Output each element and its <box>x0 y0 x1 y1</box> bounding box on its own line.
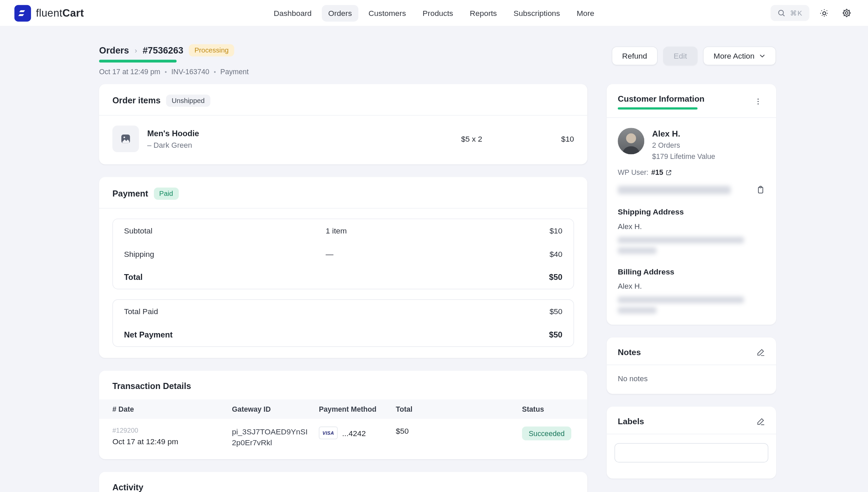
payment-breakdown-box: Subtotal 1 item $10 Shipping — $40 Total <box>112 219 574 289</box>
nav-item-dashboard[interactable]: Dashboard <box>267 5 318 21</box>
activity-card: Activity <box>99 472 587 492</box>
card-last4: ...4242 <box>342 428 366 437</box>
customer-profile: Alex H. 2 Orders $179 Lifetime Value <box>618 128 765 160</box>
shipping-address-redacted-line <box>618 247 656 254</box>
col-status: Status <box>522 405 574 413</box>
order-type: Payment <box>220 67 249 76</box>
pencil-icon <box>757 417 765 425</box>
order-meta: Oct 17 at 12:49 pm INV-163740 Payment <box>99 67 249 76</box>
nav-item-more[interactable]: More <box>570 5 601 21</box>
labels-input[interactable] <box>614 443 768 463</box>
customer-information-card: Customer Information <box>607 84 776 325</box>
refund-button[interactable]: Refund <box>612 46 658 65</box>
search-button[interactable]: ⌘K <box>771 5 809 21</box>
net-payment-row: Net Payment $50 <box>113 323 573 346</box>
search-shortcut: ⌘K <box>790 9 803 17</box>
search-icon <box>777 9 785 17</box>
nav-item-reports[interactable]: Reports <box>463 5 504 21</box>
total-paid-row: Total Paid $50 <box>113 300 573 323</box>
transaction-payment-method: VISA ...4242 <box>319 427 396 439</box>
kebab-menu-icon <box>754 97 762 105</box>
notes-title: Notes <box>618 347 641 357</box>
visa-card-icon: VISA <box>319 427 338 439</box>
nav-item-orders[interactable]: Orders <box>321 5 358 21</box>
col-date: # Date <box>112 405 232 413</box>
image-placeholder-icon <box>120 133 132 145</box>
edit-button[interactable]: Edit <box>663 46 697 65</box>
copy-email-button[interactable] <box>756 185 765 194</box>
wp-user-link[interactable]: #15 <box>651 168 672 176</box>
order-actions: Refund Edit More Action <box>612 46 776 65</box>
customer-avatar <box>618 128 644 154</box>
external-link-icon <box>666 169 672 176</box>
transaction-details-title: Transaction Details <box>112 381 191 391</box>
customer-email-redacted <box>618 186 731 194</box>
transaction-row: #129200 Oct 17 at 12:49 pm pi_3SJ7TOAED9… <box>99 419 587 459</box>
customer-name: Alex H. <box>652 128 715 138</box>
breadcrumb-orders-link[interactable]: Orders <box>99 45 129 56</box>
payment-summary-box: Total Paid $50 Net Payment $50 <box>112 299 574 347</box>
meta-separator <box>165 67 167 76</box>
more-action-button[interactable]: More Action <box>703 46 776 65</box>
product-variant: – Dark Green <box>147 141 461 149</box>
col-payment-method: Payment Method <box>319 405 396 413</box>
nav-item-subscriptions[interactable]: Subscriptions <box>507 5 567 21</box>
settings-button[interactable] <box>839 6 853 20</box>
notes-empty-text: No notes <box>607 365 776 394</box>
chevron-right-icon: › <box>135 46 137 55</box>
billing-address-redacted-line <box>618 296 744 303</box>
pencil-icon <box>757 348 765 356</box>
sun-icon <box>819 8 829 18</box>
customer-menu-button[interactable] <box>751 94 765 108</box>
labels-card: Labels <box>607 407 776 478</box>
top-navbar: fluentCart Dashboard Orders Customers Pr… <box>0 0 868 26</box>
chevron-down-icon <box>759 53 766 59</box>
breadcrumb: Orders › #7536263 Processing <box>99 44 249 57</box>
breadcrumb-accent-underline <box>99 60 177 62</box>
product-thumbnail <box>112 126 139 152</box>
edit-notes-button[interactable] <box>757 348 765 356</box>
customer-accent-underline <box>618 107 697 110</box>
product-name: Men's Hoodie <box>147 129 461 138</box>
order-item-row: Men's Hoodie – Dark Green $5 x 2 $10 <box>99 116 587 164</box>
divider <box>99 208 587 209</box>
billing-address-redacted-line <box>618 307 656 314</box>
order-number: #7536263 <box>143 45 183 56</box>
navbar-actions: ⌘K <box>771 5 854 21</box>
nav-item-customers[interactable]: Customers <box>362 5 413 21</box>
theme-toggle-button[interactable] <box>817 6 831 20</box>
billing-address-name: Alex H. <box>618 282 765 290</box>
labels-title: Labels <box>618 416 644 426</box>
transaction-date: Oct 17 at 12:49 pm <box>112 437 232 446</box>
edit-labels-button[interactable] <box>757 417 765 425</box>
sidebar-column: Customer Information <box>607 84 776 492</box>
transaction-id: #129200 <box>112 427 232 434</box>
payment-card: Payment Paid Subtotal 1 item $10 Shippin… <box>99 177 587 358</box>
main-nav: Dashboard Orders Customers Products Repo… <box>267 5 601 21</box>
order-items-title: Order items <box>112 96 160 105</box>
order-status-badge: Processing <box>189 44 234 57</box>
customer-information-title: Customer Information <box>618 94 705 104</box>
shipping-row: Shipping — $40 <box>113 242 573 266</box>
page-content: Orders › #7536263 Processing Oct 17 at 1… <box>0 26 868 492</box>
shipping-address-redacted-line <box>618 237 744 244</box>
transaction-total: $50 <box>396 427 522 435</box>
shipping-address-title: Shipping Address <box>618 207 765 216</box>
transaction-details-card: Transaction Details # Date Gateway ID Pa… <box>99 371 587 459</box>
subtotal-row: Subtotal 1 item $10 <box>113 219 573 243</box>
brand-logo[interactable]: fluentCart <box>14 5 84 21</box>
activity-title: Activity <box>112 483 143 492</box>
customer-orders-count: 2 Orders <box>652 141 715 149</box>
transaction-gateway-id: pi_3SJ7TOAED9YnSI2p0Er7vRkl <box>232 427 319 448</box>
order-header: Orders › #7536263 Processing Oct 17 at 1… <box>99 44 776 76</box>
transaction-status-badge: Succeeded <box>522 427 571 440</box>
fluentcart-logo-icon <box>14 5 31 21</box>
transaction-table-header: # Date Gateway ID Payment Method Total S… <box>99 399 587 419</box>
shipping-address-name: Alex H. <box>618 222 765 230</box>
meta-separator <box>214 67 216 76</box>
payment-status-badge: Paid <box>154 187 179 200</box>
wp-user-label: WP User: <box>618 168 648 176</box>
nav-item-products[interactable]: Products <box>416 5 460 21</box>
billing-address-title: Billing Address <box>618 267 765 276</box>
order-invoice: INV-163740 <box>171 67 209 76</box>
